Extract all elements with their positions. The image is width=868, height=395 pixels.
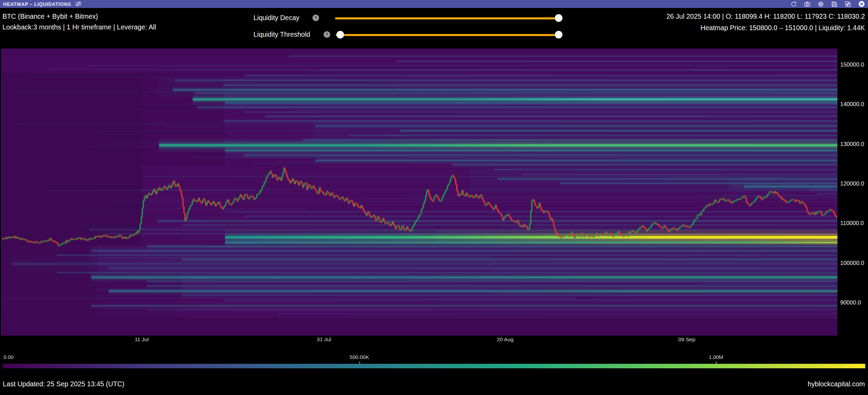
instrument-label: BTC (Binance + Bybit + Bitmex)	[2, 12, 98, 20]
price-axis-label: 90000.0	[840, 299, 861, 306]
settings-gear-icon[interactable]	[817, 1, 824, 8]
colorbar-tick	[716, 361, 717, 364]
close-icon[interactable]	[858, 1, 865, 8]
date-axis-label: 11 Jul	[126, 336, 157, 343]
page-title: HEATMAP – LIQUIDATIONS	[3, 1, 71, 7]
last-updated-label: Last Updated: 25 Sep 2025 13:45 (UTC)	[3, 380, 124, 388]
liquidity-decay-label: Liquidity Decay	[253, 14, 299, 22]
site-watermark: hyblockcapital.com	[808, 380, 865, 388]
heatmap-price-readout: Heatmap Price: 150800.0 – 151000.0 | Liq…	[701, 24, 865, 32]
slider-handle-max[interactable]	[555, 31, 562, 38]
liquidity-decay-help-icon[interactable]: ?	[312, 15, 319, 21]
colorbar-tick	[359, 361, 360, 364]
refresh-icon[interactable]	[790, 1, 797, 8]
title-bar: HEATMAP – LIQUIDATIONS	[0, 0, 868, 8]
colorbar-scale-label: 1.00M	[692, 354, 740, 360]
app-window: HEATMAP – LIQUIDATIONS	[0, 0, 868, 395]
ohlc-readout: 26 Jul 2025 14:00 | O: 118099.4 H: 11820…	[666, 12, 865, 20]
save-icon[interactable]	[831, 1, 838, 8]
camera-icon[interactable]	[804, 1, 811, 8]
title-bar-actions	[790, 1, 865, 8]
liquidation-heatmap-canvas[interactable]	[1, 49, 837, 336]
date-axis-label: 31 Jul	[308, 336, 340, 343]
liquidity-threshold-help-icon[interactable]: ?	[324, 31, 330, 38]
price-axis-label: 110000.0	[840, 220, 864, 226]
colorbar-scale-label: 500.00K	[335, 354, 384, 360]
price-axis-label: 130000.0	[840, 141, 864, 147]
header-info-bar: BTC (Binance + Bybit + Bitmex) Lookback:…	[0, 8, 868, 49]
liquidity-colorbar	[3, 364, 865, 368]
price-axis-label: 140000.0	[840, 101, 864, 108]
price-axis-label: 100000.0	[840, 260, 864, 266]
layers-copy-icon[interactable]	[844, 1, 851, 8]
liquidity-threshold-slider[interactable]	[336, 31, 562, 39]
price-axis-label: 150000.0	[840, 61, 864, 68]
slider-handle[interactable]	[555, 14, 562, 22]
lookback-settings-label: Lookback:3 months | 1 Hr timeframe | Lev…	[2, 23, 156, 31]
title-bar-left: HEATMAP – LIQUIDATIONS	[3, 1, 82, 8]
slider-track[interactable]	[335, 17, 560, 19]
date-axis: 11 Jul31 Jul20 Aug09 Sep	[1, 336, 837, 344]
sliders-icon[interactable]	[75, 1, 82, 8]
date-axis-label: 20 Aug	[490, 336, 521, 343]
date-axis-label: 09 Sep	[671, 336, 702, 343]
slider-track[interactable]	[336, 34, 560, 36]
colorbar-labels: 0.00500.00K1.00M	[0, 354, 868, 361]
price-axis: 150000.0140000.0130000.0120000.0110000.0…	[840, 49, 867, 336]
liquidity-threshold-label: Liquidity Threshold	[253, 31, 310, 38]
colorbar-scale-label: 0.00	[3, 354, 14, 360]
price-axis-label: 120000.0	[840, 180, 864, 187]
liquidity-decay-slider[interactable]	[335, 14, 562, 22]
slider-handle-min[interactable]	[336, 31, 344, 38]
